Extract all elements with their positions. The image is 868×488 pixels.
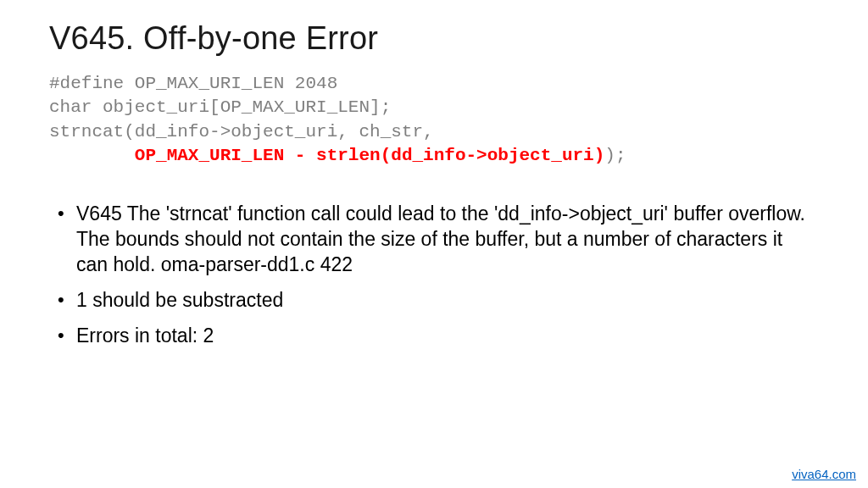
- code-line-5: OP_MAX_URI_LEN - strlen(dd_info->object_…: [49, 144, 819, 168]
- code-line-4: strncat(dd_info->object_uri, ch_str,: [49, 120, 819, 144]
- footer-link[interactable]: viva64.com: [792, 467, 856, 481]
- code-highlight: OP_MAX_URI_LEN - strlen(dd_info->object_…: [135, 146, 605, 165]
- code-tail: );: [604, 146, 626, 165]
- list-item: 1 should be substracted: [64, 288, 819, 313]
- code-block: #define OP_MAX_URI_LEN 2048char object_u…: [49, 72, 819, 168]
- slide-title: V645. Off-by-one Error: [49, 20, 819, 57]
- code-line-1: #define OP_MAX_URI_LEN 2048: [49, 72, 819, 96]
- code-line-2: char object_uri[OP_MAX_URI_LEN];: [49, 96, 819, 119]
- bullet-list: V645 The 'strncat' function call could l…: [49, 202, 819, 348]
- list-item: Errors in total: 2: [64, 324, 819, 349]
- code-indent: [49, 146, 135, 165]
- list-item: V645 The 'strncat' function call could l…: [64, 202, 819, 278]
